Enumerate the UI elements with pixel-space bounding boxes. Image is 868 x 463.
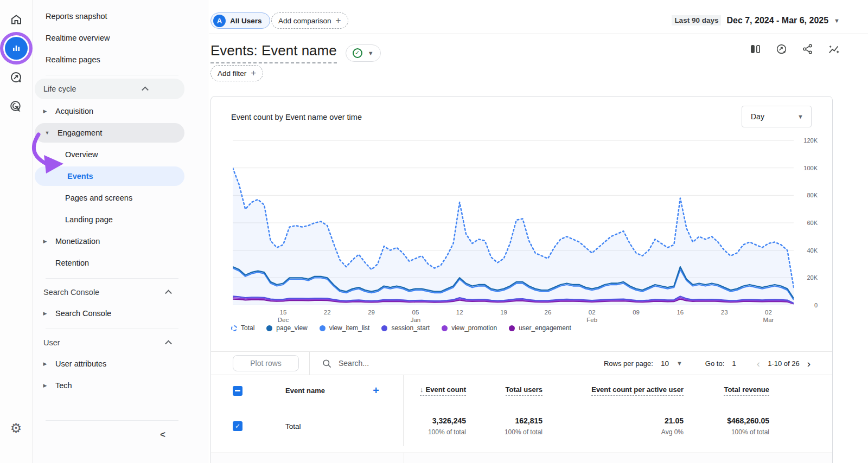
table-row[interactable]: ✓1page_view862,047156,1595.56$0.00 (211, 452, 833, 463)
settings-gear-icon[interactable]: ⚙ (5, 417, 27, 439)
go-to-value[interactable]: 1 (732, 359, 736, 368)
legend-item-session_start[interactable]: session_start (381, 324, 430, 332)
metric-value: 162,815 (515, 416, 542, 425)
nav-section-header-user[interactable]: User (33, 332, 208, 353)
x-axis-tick: 29 (368, 308, 375, 316)
sidebar-item-user-attributes[interactable]: ▶User attributes (33, 353, 208, 375)
data-quality-badge[interactable]: ✓ ▼ (346, 44, 381, 62)
chevron-down-icon[interactable]: ▼ (676, 360, 682, 366)
sidebar-item-search-console[interactable]: ▶Search Console (33, 303, 208, 324)
all-users-chip[interactable]: A All Users (210, 12, 270, 29)
add-comparison-button[interactable]: Add comparison + (271, 12, 348, 29)
triangle-right-icon[interactable]: ▶ (41, 311, 49, 316)
y-axis-tick: 120K (803, 137, 818, 144)
check-circle-icon: ✓ (353, 48, 362, 58)
column-header-label: Event count (426, 385, 466, 394)
sidebar-item-realtime-pages[interactable]: Realtime pages (33, 49, 208, 70)
timeseries-chart[interactable] (233, 136, 794, 305)
search-input[interactable] (339, 359, 458, 368)
add-dimension-icon[interactable]: + (373, 384, 379, 397)
header-spacer (769, 375, 833, 406)
table-search[interactable] (310, 358, 458, 369)
advertising-icon[interactable] (5, 95, 27, 117)
x-tick-month: Feb (586, 316, 597, 324)
ga4-events-report: ⚙ Reports snapshotRealtime overviewRealt… (0, 0, 868, 463)
chevron-down-icon: ▼ (797, 113, 803, 120)
reports-icon[interactable] (5, 37, 28, 60)
sidebar-item-label: Retention (33, 259, 89, 267)
chart-legend: Totalpage_viewview_item_listsession_star… (231, 324, 571, 332)
row-metric-2: 5.56 (542, 453, 684, 463)
column-header-event-count-per-active-user[interactable]: Event count per active user (542, 375, 684, 406)
legend-label: view_item_list (329, 324, 370, 332)
sidebar-item-events[interactable]: Events (35, 166, 184, 186)
nav-section-header-life-cycle[interactable]: Life cycle (35, 79, 184, 99)
date-range-picker[interactable]: Last 90 days Dec 7, 2024 - Mar 6, 2025 ▼ (672, 15, 840, 25)
sidebar-item-overview[interactable]: Overview (33, 144, 208, 165)
legend-swatch (509, 325, 515, 331)
sidebar-item-monetization[interactable]: ▶Monetization (33, 230, 208, 252)
legend-label: Total (241, 324, 254, 332)
select-all-checkbox[interactable] (233, 386, 242, 396)
plot-rows-button[interactable]: Plot rows (233, 355, 299, 371)
sidebar-item-label: Events (35, 172, 93, 181)
legend-item-page_view[interactable]: page_view (266, 324, 307, 332)
column-header-event-count[interactable]: ↓Event count (404, 375, 466, 406)
home-icon[interactable] (5, 9, 27, 30)
sidebar-item-engagement[interactable]: ▼Engagement (35, 123, 184, 143)
triangle-down-icon[interactable]: ▼ (43, 130, 51, 136)
report-card: Event count by Event name over time Day … (210, 96, 833, 463)
previous-page-icon[interactable]: ‹ (757, 358, 760, 369)
legend-item-view_item_list[interactable]: view_item_list (320, 324, 370, 332)
compare-reports-icon[interactable] (750, 43, 761, 57)
metric-value: 21.05 (665, 416, 684, 425)
nav-divider (46, 278, 178, 279)
rows-per-page-value[interactable]: 10 (661, 359, 669, 368)
nav-section-header-search-console[interactable]: Search Console (33, 282, 208, 303)
date-range-label: Dec 7, 2024 - Mar 6, 2025 (726, 16, 828, 25)
collapse-nav-button[interactable]: < (160, 429, 165, 440)
explore-icon[interactable] (5, 66, 27, 88)
triangle-right-icon[interactable]: ▶ (41, 383, 49, 388)
sidebar-item-acquisition[interactable]: ▶Acquisition (33, 100, 208, 122)
granularity-select[interactable]: Day ▼ (742, 106, 812, 127)
add-filter-button[interactable]: Add filter + (210, 65, 263, 81)
column-header-total-users[interactable]: Total users (466, 375, 542, 406)
event-name-column-header[interactable]: Event name (285, 387, 325, 395)
sidebar-item-retention[interactable]: Retention (33, 252, 208, 274)
sidebar-item-tech[interactable]: ▶Tech (33, 375, 208, 396)
report-nav: Reports snapshotRealtime overviewRealtim… (33, 0, 208, 463)
insights-sparkline-icon[interactable] (828, 43, 840, 57)
sidebar-item-realtime-overview[interactable]: Realtime overview (33, 27, 208, 49)
add-filter-label: Add filter (218, 69, 246, 78)
plus-icon: + (251, 68, 256, 79)
total-metric-2: 21.05Avg 0% (542, 406, 684, 446)
legend-item-total[interactable]: Total (231, 324, 254, 332)
triangle-right-icon[interactable]: ▶ (41, 239, 49, 244)
total-row-label: Total (285, 422, 301, 430)
share-icon[interactable] (802, 43, 813, 57)
triangle-right-icon[interactable]: ▶ (41, 361, 49, 366)
row-checkbox[interactable]: ✓ (233, 421, 242, 431)
metric-subtext: 100% of total (731, 428, 769, 436)
insights-icon[interactable] (776, 43, 787, 57)
legend-item-user_engagement[interactable]: user_engagement (509, 324, 571, 332)
pagination-range: 1-10 of 26 (768, 359, 800, 368)
y-axis-tick: 40K (807, 247, 818, 254)
row-metric-1: 156,159 (466, 453, 542, 463)
x-axis-tick: 02Mar (763, 308, 774, 324)
legend-item-view_promotion[interactable]: view_promotion (442, 324, 497, 332)
segment-avatar: A (213, 15, 226, 27)
sidebar-item-pages-and-screens[interactable]: Pages and screens (33, 187, 208, 209)
column-header-total-revenue[interactable]: Total revenue (684, 375, 769, 406)
sort-desc-icon: ↓ (420, 385, 424, 394)
chevron-up-icon (165, 290, 172, 297)
legend-swatch (381, 325, 387, 331)
triangle-right-icon[interactable]: ▶ (41, 108, 49, 114)
next-page-icon[interactable]: › (807, 358, 810, 369)
x-axis-tick: 02Feb (586, 308, 597, 324)
sidebar-item-reports-snapshot[interactable]: Reports snapshot (33, 5, 208, 27)
legend-label: user_engagement (519, 324, 571, 332)
sidebar-item-landing-page[interactable]: Landing page (33, 209, 208, 230)
date-preset-label: Last 90 days (672, 15, 721, 25)
